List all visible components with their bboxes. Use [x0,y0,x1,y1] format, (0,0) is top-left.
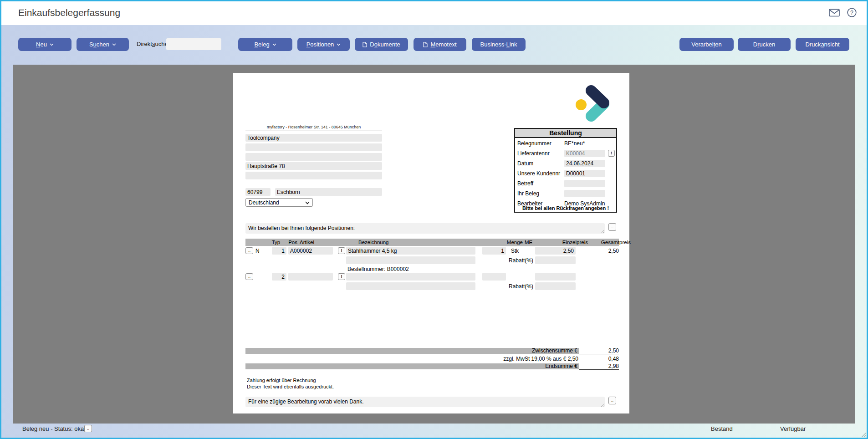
zwischensumme-bar: Zwischensumme € [245,348,579,354]
row-me: Stk [511,248,519,254]
positions-table-header: Typ Pos Artikel Bezeichnung Menge ME Ein… [245,239,619,246]
address-street2-field[interactable] [245,172,382,179]
kopftext-more-button[interactable]: .. [608,223,616,231]
resize-grip-icon[interactable] [601,230,604,233]
bestellnummer-text: Bestellnummer: B000002 [347,266,409,272]
lieferantennr-label: Lieferantennr [517,150,550,157]
address-street-field[interactable] [245,162,382,170]
bezeichnung-field[interactable] [346,273,475,281]
fusstext-textarea[interactable]: Für eine zügige Bearbeitung vorab vielen… [245,397,605,407]
sender-line: myfactory - Rosenheimer Str. 141 - 80645… [245,125,382,131]
address-company-field[interactable] [245,134,382,142]
verarbeiten-button[interactable]: Verarbeiten [679,38,734,51]
pos-field[interactable] [272,273,286,281]
drucken-button[interactable]: Drucken [738,38,791,51]
mail-icon[interactable] [829,9,840,17]
einzelpreis-field[interactable] [535,273,576,281]
verfuegbar-label: Verfügbar [780,425,806,432]
artikel-info-button[interactable]: ! [338,273,345,280]
country-select[interactable]: Deutschland [245,198,313,207]
resize-grip-icon[interactable] [601,403,604,407]
endsumme-value: 2,98 [579,363,619,370]
order-info-box: Bestellung Belegnummer BE*neu* Lieferant… [514,128,617,213]
einzelpreis-field[interactable] [535,247,576,255]
address-line2-field[interactable] [245,143,382,151]
help-icon[interactable]: ? [847,8,857,17]
myfactory-logo [575,85,613,125]
druckansicht-button[interactable]: Druckansicht [796,38,849,51]
belegnummer-value: BE*neu* [564,140,585,147]
betreff-field[interactable] [564,180,605,187]
window-resize-grip-icon[interactable] [861,432,866,437]
rabatt-label: Rabatt(%) [488,257,533,264]
order-box-title: Bestellung [515,129,616,138]
beleg-button[interactable]: Beleg [238,38,292,51]
col-pos: Pos [282,240,297,245]
document-page: myfactory - Rosenheimer Str. 141 - 80645… [233,73,629,413]
chevron-down-icon [337,43,341,46]
address-line3-field[interactable] [245,153,382,161]
kopftext-textarea[interactable]: Wir bestellen bei Ihnen folgende Positio… [245,223,605,234]
business-link-button[interactable]: Business-Link [472,38,526,51]
zahlungstext-line2: Dieser Text wird ebenfalls ausgedruckt. [247,384,334,389]
rabatt-field[interactable] [535,256,576,264]
titlebar: Einkaufsbelegerfassung ? [1,1,867,25]
mwst-label: zzgl. MwSt 19,00 % aus € 2,50 [429,356,578,362]
row-menu-button[interactable]: .. [245,247,253,254]
zusatztext-field[interactable] [346,256,475,264]
document-icon [423,42,428,47]
zusatztext-field[interactable] [346,282,475,290]
ihr-beleg-field[interactable] [564,190,605,197]
menge-field[interactable] [482,273,506,281]
direktsuche-input[interactable] [166,38,221,50]
pos-field[interactable] [272,247,286,255]
row-gesamtpreis: 2,50 [579,248,619,254]
betreff-label: Betreff [517,180,533,187]
page-title: Einkaufsbelegerfassung [18,7,120,18]
address-city-field[interactable] [275,188,382,196]
suchen-button[interactable]: Suchen [77,38,129,51]
endsumme-bar: Endsumme € [245,363,579,369]
chevron-down-icon [50,43,54,46]
chevron-down-icon [272,43,276,46]
address-zip-field[interactable] [245,188,271,196]
content-area: Neu Suchen Direktsuche: Beleg Positionen… [1,25,867,438]
kundennr-field[interactable] [564,170,605,177]
mwst-value: 0,48 [579,356,619,362]
lieferant-info-button[interactable]: ! [608,150,615,157]
row-typ: N [255,248,260,254]
lieferantennr-field[interactable] [564,150,605,157]
col-artikel: Artikel [300,240,314,245]
document-viewer-panel: myfactory - Rosenheimer Str. 141 - 80645… [13,65,855,424]
app-window: Einkaufsbelegerfassung ? Neu Suchen Dire… [0,0,868,439]
document-icon [363,42,367,47]
dokumente-button[interactable]: Dokumente [355,38,408,51]
bezeichnung-field[interactable] [346,247,475,255]
belegnummer-label: Belegnummer [517,140,551,147]
kundennr-label: Unsere Kundennr [517,170,560,177]
rabatt-field[interactable] [535,282,576,290]
fusstext-more-button[interactable]: .. [608,397,616,404]
row-menu-button[interactable]: .. [245,273,253,280]
zahlungstext-line1: Zahlung erfolgt über Rechnung [247,378,316,383]
order-box-footer: Bitte bei allen Rückfragen angeben ! [515,205,616,211]
datum-label: Datum [517,160,533,167]
ihr-beleg-label: Ihr Beleg [517,190,539,197]
col-einzelpreis: Einzelpreis [551,240,588,245]
artikel-field[interactable] [288,273,333,281]
direktsuche-label: Direktsuche: [137,41,169,47]
menge-field[interactable] [482,247,506,255]
status-more-button[interactable]: .. [84,425,92,432]
chevron-down-icon [112,43,116,46]
neu-button[interactable]: Neu [18,38,71,51]
svg-text:?: ? [850,10,853,16]
artikel-field[interactable] [288,247,333,255]
rabatt-label: Rabatt(%) [488,283,533,290]
col-menge: Menge [500,240,523,245]
datum-field[interactable] [564,160,605,167]
chevron-down-icon [305,201,310,204]
artikel-info-button[interactable]: ! [338,247,345,254]
bestand-label: Bestand [711,425,733,432]
positionen-button[interactable]: Positionen [297,38,350,51]
memotext-button[interactable]: Memotext [414,38,466,51]
